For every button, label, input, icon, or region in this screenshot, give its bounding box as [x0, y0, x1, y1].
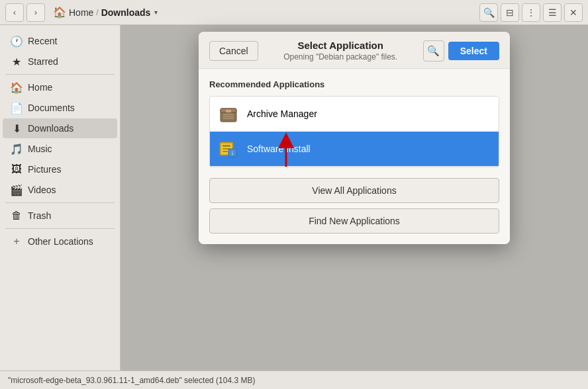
sidebar: 🕐 Recent ★ Starred 🏠 Home 📄 Documents ⬇ … [0, 25, 121, 370]
recommended-section-title: Recommended Applications [209, 79, 499, 89]
sidebar-home-label: Home [28, 82, 52, 93]
home-nav-icon: 🏠 [11, 81, 23, 93]
svg-text:↓: ↓ [231, 149, 234, 156]
breadcrumb-separator: / [96, 8, 98, 17]
close-button[interactable]: ✕ [564, 3, 583, 22]
documents-icon: 📄 [11, 102, 23, 114]
svg-rect-8 [222, 145, 230, 147]
app-list: Archive Manager [209, 96, 499, 167]
dialog-search-button[interactable]: 🔍 [423, 40, 444, 62]
search-button[interactable]: 🔍 [479, 3, 498, 22]
pictures-icon: 🖼 [11, 163, 23, 175]
view-toggle-button[interactable]: ⊟ [501, 3, 519, 22]
main-layout: 🕐 Recent ★ Starred 🏠 Home 📄 Documents ⬇ … [0, 25, 588, 370]
dialog-search-icon: 🔍 [427, 45, 440, 57]
back-button[interactable]: ‹ [5, 3, 24, 22]
sidebar-videos-label: Videos [28, 185, 56, 195]
app-item-software-install[interactable]: ↓ Software Install [210, 132, 499, 167]
sidebar-separator-2 [5, 202, 115, 203]
sidebar-music-label: Music [28, 144, 52, 154]
recent-icon: 🕐 [11, 35, 23, 47]
home-label: Home [69, 7, 93, 18]
close-icon: ✕ [569, 7, 577, 18]
dialog-header: Cancel Select Application Opening "Debia… [199, 32, 510, 69]
dialog-body: Recommended Applications [199, 69, 510, 244]
videos-icon: 🎬 [11, 184, 23, 196]
sidebar-other-locations-label: Other Locations [28, 236, 93, 247]
sort-icon: ⋮ [526, 7, 536, 18]
select-button[interactable]: Select [448, 42, 499, 60]
starred-icon: ★ [11, 56, 23, 67]
content-area: Cancel Select Application Opening "Debia… [121, 25, 588, 370]
sort-button[interactable]: ⋮ [522, 3, 540, 22]
forward-icon: › [34, 7, 37, 17]
titlebar-actions: 🔍 ⊟ ⋮ ☰ ✕ [479, 3, 583, 22]
downloads-icon: ⬇ [11, 122, 23, 134]
sidebar-recent-label: Recent [28, 36, 57, 46]
menu-button[interactable]: ☰ [543, 3, 562, 22]
sidebar-item-trash[interactable]: 🗑 Trash [3, 206, 117, 226]
select-application-dialog: Cancel Select Application Opening "Debia… [199, 32, 510, 244]
search-icon: 🔍 [483, 7, 495, 18]
home-icon: 🏠 [53, 6, 66, 19]
sidebar-separator-1 [5, 74, 115, 75]
sidebar-item-home[interactable]: 🏠 Home [3, 77, 117, 97]
sidebar-documents-label: Documents [28, 103, 75, 113]
sidebar-item-starred[interactable]: ★ Starred [3, 52, 117, 71]
breadcrumb-current-item: Downloads ▾ [101, 7, 158, 18]
sidebar-pictures-label: Pictures [28, 164, 62, 175]
svg-rect-10 [222, 151, 228, 152]
software-install-icon: ↓ [218, 138, 239, 159]
trash-icon: 🗑 [11, 210, 23, 222]
menu-icon: ☰ [548, 7, 557, 18]
archive-manager-label: Archive Manager [247, 108, 317, 119]
sidebar-item-downloads[interactable]: ⬇ Downloads [3, 118, 117, 138]
sidebar-item-music[interactable]: 🎵 Music [3, 139, 117, 159]
sidebar-item-other-locations[interactable]: + Other Locations [3, 232, 117, 251]
sidebar-item-videos[interactable]: 🎬 Videos [3, 180, 117, 200]
find-new-button[interactable]: Find New Applications [209, 208, 499, 234]
breadcrumb-home: 🏠 Home [53, 6, 93, 19]
cancel-button[interactable]: Cancel [209, 41, 258, 61]
breadcrumb: 🏠 Home / Downloads ▾ [53, 6, 477, 19]
sidebar-starred-label: Starred [28, 56, 58, 67]
sidebar-item-documents[interactable]: 📄 Documents [3, 98, 117, 118]
dialog-overlay: Cancel Select Application Opening "Debia… [121, 25, 588, 370]
sidebar-item-recent[interactable]: 🕐 Recent [3, 31, 117, 51]
view-all-button[interactable]: View All Applications [209, 178, 499, 203]
sidebar-downloads-label: Downloads [28, 123, 74, 134]
add-location-icon: + [11, 236, 23, 247]
sidebar-separator-3 [5, 228, 115, 229]
status-text: "microsoft-edge-beta_93.0.961.11-1_amd64… [8, 376, 255, 385]
music-icon: 🎵 [11, 143, 23, 155]
breadcrumb-dropdown-icon: ▾ [154, 9, 158, 16]
svg-rect-2 [226, 110, 231, 112]
view-toggle-icon: ⊟ [506, 7, 514, 18]
sidebar-trash-label: Trash [28, 210, 51, 221]
statusbar: "microsoft-edge-beta_93.0.961.11-1_amd64… [0, 370, 588, 389]
dialog-subtitle: Opening "Debian package" files. [258, 52, 423, 62]
current-folder-label: Downloads [101, 7, 151, 18]
titlebar: ‹ › 🏠 Home / Downloads ▾ 🔍 ⊟ ⋮ ☰ ✕ [0, 0, 588, 25]
forward-button[interactable]: › [26, 3, 45, 22]
dialog-title-block: Select Application Opening "Debian packa… [258, 40, 423, 62]
back-icon: ‹ [13, 7, 16, 17]
dialog-header-actions: 🔍 Select [423, 40, 499, 62]
software-install-label: Software Install [247, 144, 311, 154]
sidebar-item-pictures[interactable]: 🖼 Pictures [3, 159, 117, 179]
archive-manager-icon [218, 103, 239, 124]
app-item-archive-manager[interactable]: Archive Manager [210, 97, 499, 132]
dialog-title: Select Application [258, 40, 423, 51]
